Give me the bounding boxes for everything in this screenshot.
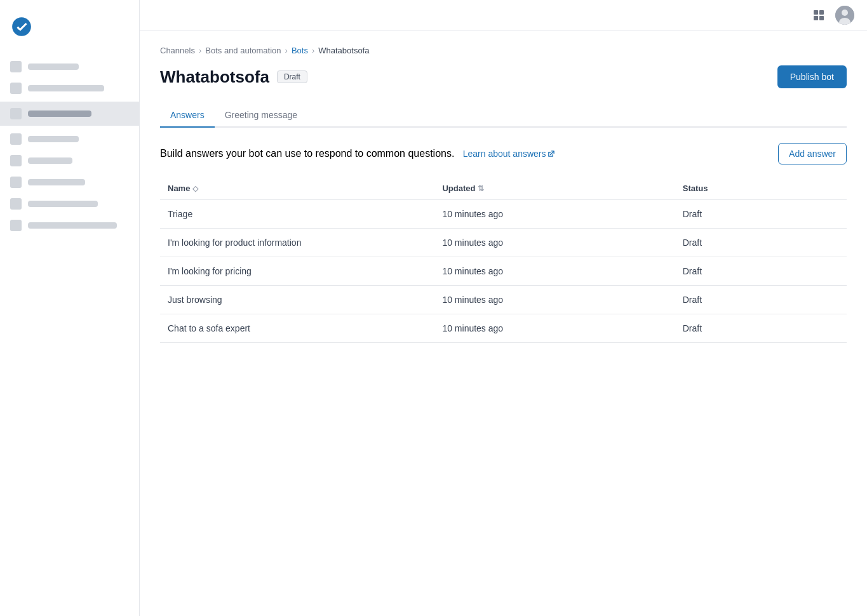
answers-table: Name ◇ Updated ⇅ Status Triage 10 minu [160,177,847,343]
learn-about-answers-link[interactable]: Learn about answers [463,149,555,159]
table-row[interactable]: I'm looking for pricing 10 minutes ago D… [160,257,847,286]
sidebar-item-7[interactable] [0,193,139,215]
sidebar-label-1 [28,64,79,70]
svg-rect-4 [819,16,824,20]
cell-name: I'm looking for pricing [160,257,434,286]
cell-status: Draft [675,314,847,343]
table-body: Triage 10 minutes ago Draft I'm looking … [160,200,847,343]
sidebar-label-4 [28,136,79,142]
sidebar-item-6[interactable] [0,171,139,193]
sidebar-icon-7 [10,198,22,210]
svg-point-6 [842,10,848,16]
sidebar-icon-3 [10,108,22,119]
cell-status: Draft [675,229,847,257]
table-header: Name ◇ Updated ⇅ Status [160,177,847,200]
main-content: Channels › Bots and automation › Bots › … [140,30,867,616]
publish-bot-button[interactable]: Publish bot [777,65,847,88]
th-updated: Updated ⇅ [434,177,675,200]
cell-updated: 10 minutes ago [434,229,675,257]
table-row[interactable]: I'm looking for product information 10 m… [160,229,847,257]
cell-updated: 10 minutes ago [434,314,675,343]
sidebar-icon-5 [10,155,22,166]
table-row[interactable]: Chat to a sofa expert 10 minutes ago Dra… [160,314,847,343]
cell-updated: 10 minutes ago [434,286,675,314]
draft-badge: Draft [277,70,307,83]
breadcrumb-sep-1: › [199,46,201,55]
cell-status: Draft [675,200,847,229]
sidebar-icon-6 [10,177,22,188]
updated-sort-icon[interactable]: ⇅ [478,184,484,193]
sidebar-icon-2 [10,83,22,94]
page-header-left: Whatabotsofa Draft [160,67,307,87]
th-status: Status [675,177,847,200]
sidebar-item-5[interactable] [0,150,139,171]
sidebar-label-6 [28,179,85,185]
content-area: Channels › Bots and automation › Bots › … [140,30,867,358]
add-answer-button[interactable]: Add answer [778,143,847,164]
name-sort-icon[interactable]: ◇ [192,184,198,193]
description-text: Build answers your bot can use to respon… [160,148,554,159]
sidebar: Z [0,0,140,616]
sidebar-icon-4 [10,133,22,145]
breadcrumb-sep-3: › [312,46,314,55]
topbar [140,0,867,30]
page-title: Whatabotsofa [160,67,269,87]
sidebar-item-8[interactable] [0,215,139,236]
tab-answers[interactable]: Answers [160,104,215,128]
page-header: Whatabotsofa Draft Publish bot [160,65,847,88]
sidebar-item-3[interactable] [0,102,139,126]
grid-icon[interactable] [810,6,828,24]
description-static: Build answers your bot can use to respon… [160,148,454,159]
sidebar-item-4[interactable] [0,128,139,150]
sidebar-icon-8 [10,220,22,231]
svg-text:Z: Z [13,21,20,34]
cell-name: Just browsing [160,286,434,314]
svg-rect-1 [814,10,818,15]
breadcrumb-current: Whatabotsofa [318,46,369,55]
sidebar-logo: Z [0,10,139,56]
svg-rect-2 [819,10,824,15]
sidebar-label-2 [28,85,104,91]
table-row[interactable]: Triage 10 minutes ago Draft [160,200,847,229]
user-avatar[interactable] [835,6,854,25]
svg-rect-3 [814,16,818,20]
sidebar-item-2[interactable] [0,77,139,99]
tab-greeting-message[interactable]: Greeting message [215,104,307,128]
cell-name: Triage [160,200,434,229]
sidebar-label-5 [28,157,72,164]
breadcrumb-sep-2: › [285,46,288,55]
breadcrumb-channels[interactable]: Channels [160,46,195,55]
breadcrumb: Channels › Bots and automation › Bots › … [160,46,847,55]
table-row[interactable]: Just browsing 10 minutes ago Draft [160,286,847,314]
tabs: Answers Greeting message [160,104,847,128]
cell-updated: 10 minutes ago [434,200,675,229]
th-name: Name ◇ [160,177,434,200]
cell-status: Draft [675,286,847,314]
breadcrumb-bots-automation[interactable]: Bots and automation [205,46,281,55]
sidebar-label-8 [28,222,117,229]
cell-name: Chat to a sofa expert [160,314,434,343]
cell-status: Draft [675,257,847,286]
cell-updated: 10 minutes ago [434,257,675,286]
sidebar-label-3 [28,110,91,117]
sidebar-label-7 [28,201,98,207]
sidebar-icon-1 [10,61,22,72]
breadcrumb-bots[interactable]: Bots [292,46,308,55]
cell-name: I'm looking for product information [160,229,434,257]
sidebar-item-1[interactable] [0,56,139,77]
description-row: Build answers your bot can use to respon… [160,143,847,164]
